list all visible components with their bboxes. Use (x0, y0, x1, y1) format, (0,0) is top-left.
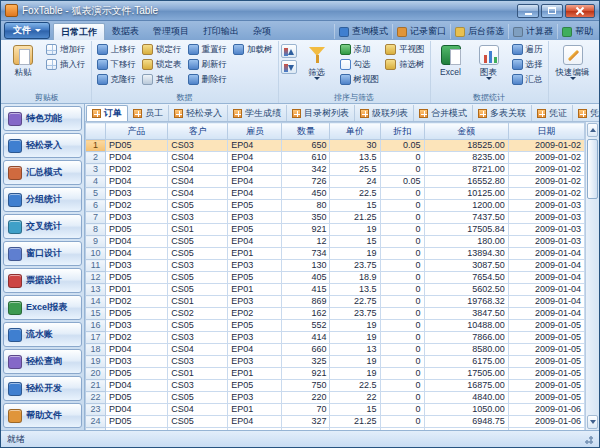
cell-product[interactable]: PD04 (106, 248, 168, 260)
cell-employee[interactable]: EP03 (228, 296, 282, 308)
cell-employee[interactable]: EP03 (228, 212, 282, 224)
table-row[interactable]: 11 PD03 CS03 EP03 130 23.75 0 3087.50 20… (86, 260, 585, 272)
row-number[interactable]: 2 (86, 152, 106, 164)
cell-employee[interactable]: EP01 (228, 248, 282, 260)
cell-customer[interactable]: CS04 (168, 344, 228, 356)
table-row[interactable]: 24 PD05 CS05 EP04 327 21.25 0 6948.75 20… (86, 416, 585, 428)
table-row[interactable]: 21 PD04 CS03 EP05 750 22.5 0 16875.00 20… (86, 380, 585, 392)
cell-quantity[interactable]: 80 (282, 200, 330, 212)
cell-discount[interactable]: 0 (380, 188, 424, 200)
ribbon-tab[interactable]: 数据表 (105, 23, 146, 40)
cell-employee[interactable]: EP05 (228, 200, 282, 212)
paste-button[interactable]: 粘贴 (5, 42, 41, 79)
cell-employee[interactable]: EP01 (228, 404, 282, 416)
cell-quantity[interactable]: 726 (282, 176, 330, 188)
table-row[interactable]: 6 PD02 CS05 EP05 80 15 0 1200.00 2009-01… (86, 200, 585, 212)
cell-employee[interactable]: EP04 (228, 164, 282, 176)
filter-button[interactable]: 筛选 (299, 42, 335, 82)
cell-unit-price[interactable]: 22 (330, 392, 380, 404)
table-row[interactable]: 13 PD01 CS05 EP01 415 13.5 0 5602.50 200… (86, 284, 585, 296)
scroll-down-button[interactable] (587, 415, 598, 429)
cell-employee[interactable]: EP04 (228, 176, 282, 188)
cell-date[interactable]: 2009-01-06 (508, 416, 584, 428)
cell-date[interactable]: 2009-01-02 (508, 152, 584, 164)
sidebar-item[interactable]: 汇总模式 (3, 160, 82, 185)
table-row[interactable]: 9 PD04 CS05 EP04 12 15 0 180.00 2009-01-… (86, 236, 585, 248)
cell-discount[interactable]: 0 (380, 416, 424, 428)
cell-customer[interactable]: CS05 (168, 416, 228, 428)
cell-amount[interactable]: 8721.00 (424, 164, 508, 176)
column-header[interactable]: 客户 (168, 123, 228, 140)
table-row[interactable]: 16 PD03 CS05 EP05 552 19 0 10488.00 2009… (86, 320, 585, 332)
cell-product[interactable]: PD03 (106, 320, 168, 332)
cell-discount[interactable]: 0 (380, 320, 424, 332)
cell-customer[interactable]: CS05 (168, 320, 228, 332)
scrollbar-thumb[interactable] (587, 139, 598, 199)
sidebar-item[interactable]: 帮助文件 (3, 403, 82, 428)
cell-employee[interactable]: EP03 (228, 260, 282, 272)
cell-unit-price[interactable]: 19 (330, 356, 380, 368)
data-group-button[interactable]: 删除行 (185, 72, 231, 87)
sidebar-item[interactable]: 窗口设计 (3, 241, 82, 266)
sort-descending-button[interactable] (281, 60, 297, 74)
table-row[interactable]: 15 PD05 CS02 EP02 162 23.75 0 3847.50 20… (86, 308, 585, 320)
column-header[interactable]: 单价 (330, 123, 380, 140)
data-group-button[interactable]: 克隆行 (94, 72, 140, 87)
table-row[interactable]: 12 PD05 CS05 EP05 405 18.9 0 7654.50 200… (86, 272, 585, 284)
sidebar-item[interactable]: 分组统计 (3, 187, 82, 212)
cell-employee[interactable]: EP04 (228, 140, 282, 152)
table-row[interactable]: 18 PD04 CS04 EP04 660 13 0 8580.00 2009-… (86, 344, 585, 356)
cell-customer[interactable]: CS01 (168, 296, 228, 308)
cell-customer[interactable]: CS03 (168, 380, 228, 392)
cell-product[interactable]: PD02 (106, 164, 168, 176)
cell-amount[interactable]: 16552.80 (424, 176, 508, 188)
cell-discount[interactable]: 0 (380, 332, 424, 344)
cell-quantity[interactable]: 750 (282, 380, 330, 392)
cell-date[interactable]: 2009-01-04 (508, 272, 584, 284)
cell-quantity[interactable]: 350 (282, 212, 330, 224)
cell-date[interactable]: 2009-01-04 (508, 296, 584, 308)
insert-row-button[interactable]: 插入行 (43, 57, 89, 72)
row-number[interactable]: 8 (86, 224, 106, 236)
data-group-button[interactable]: 锁定行 (139, 42, 185, 57)
cell-discount[interactable]: 0 (380, 200, 424, 212)
cell-date[interactable]: 2009-01-02 (508, 140, 584, 152)
cell-discount[interactable]: 0 (380, 284, 424, 296)
table-row[interactable]: 22 PD05 CS05 EP03 220 22 0 4840.00 2009-… (86, 392, 585, 404)
cell-unit-price[interactable]: 15 (330, 404, 380, 416)
cell-unit-price[interactable]: 22.5 (330, 380, 380, 392)
window-button[interactable]: 窗口 (597, 42, 600, 82)
cell-quantity[interactable]: 660 (282, 344, 330, 356)
cell-date[interactable]: 2009-01-04 (508, 308, 584, 320)
cell-employee[interactable]: EP01 (228, 284, 282, 296)
cell-amount[interactable]: 6948.75 (424, 416, 508, 428)
cell-discount[interactable]: 0 (380, 236, 424, 248)
row-number[interactable]: 15 (86, 308, 106, 320)
cell-employee[interactable]: EP04 (228, 416, 282, 428)
cell-unit-price[interactable]: 21.25 (330, 212, 380, 224)
cell-quantity[interactable]: 405 (282, 272, 330, 284)
cell-customer[interactable]: CS05 (168, 272, 228, 284)
row-number[interactable]: 11 (86, 260, 106, 272)
sidebar-item[interactable]: 流水账 (3, 322, 82, 347)
vertical-scrollbar[interactable] (585, 122, 599, 430)
document-tab[interactable]: 员工 (128, 105, 169, 121)
cell-date[interactable]: 2009-01-03 (508, 236, 584, 248)
cell-product[interactable]: PD04 (106, 380, 168, 392)
cell-quantity[interactable]: 734 (282, 248, 330, 260)
row-number[interactable]: 18 (86, 344, 106, 356)
cell-date[interactable]: 2009-01-03 (508, 212, 584, 224)
cell-date[interactable]: 2009-01-03 (508, 224, 584, 236)
row-number[interactable]: 6 (86, 200, 106, 212)
cell-date[interactable]: 2009-01-05 (508, 320, 584, 332)
cell-discount[interactable]: 0 (380, 308, 424, 320)
cell-date[interactable]: 2009-01-03 (508, 200, 584, 212)
sidebar-item[interactable]: 特色功能 (3, 106, 82, 131)
cell-discount[interactable]: 0 (380, 272, 424, 284)
ribbon-right-tool-button[interactable]: 后台筛选 (450, 24, 508, 39)
sidebar-item[interactable]: 轻松开发 (3, 376, 82, 401)
cell-quantity[interactable]: 552 (282, 320, 330, 332)
cell-amount[interactable]: 6175.00 (424, 356, 508, 368)
row-number[interactable]: 13 (86, 284, 106, 296)
document-tab[interactable]: 级联列表 (355, 105, 414, 121)
